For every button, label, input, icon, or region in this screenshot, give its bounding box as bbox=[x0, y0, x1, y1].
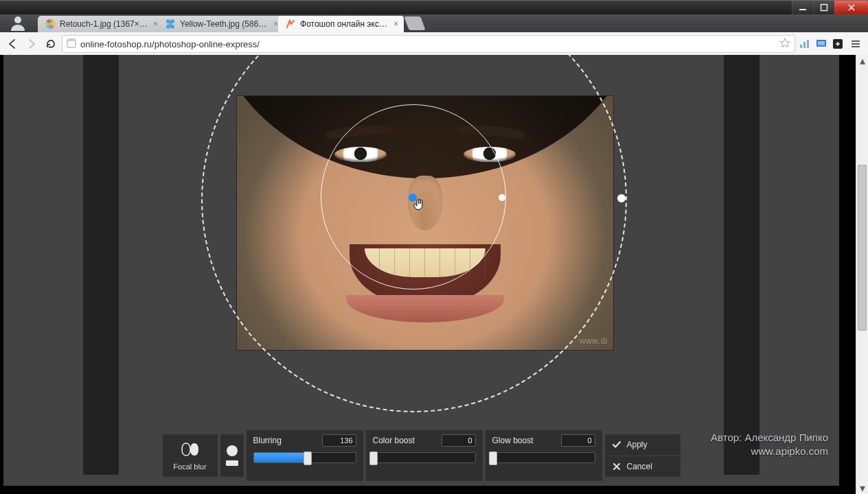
blurring-slider[interactable] bbox=[253, 452, 356, 463]
page-content: www.di bbox=[0, 55, 856, 494]
globe-icon bbox=[67, 38, 76, 50]
close-button[interactable] bbox=[834, 1, 868, 14]
tab-retouch[interactable]: Retouch-1.jpg (1367×1249) × bbox=[38, 16, 163, 32]
tab-photoshop-express[interactable]: Фотошоп онлайн экспре × bbox=[278, 16, 404, 32]
viewport: www.di bbox=[0, 55, 868, 494]
browser-toolbar: online-fotoshop.ru/photoshop-online-expr… bbox=[0, 32, 868, 56]
tab-title: Retouch-1.jpg (1367×1249) bbox=[60, 19, 149, 29]
reload-button[interactable] bbox=[43, 36, 59, 52]
focal-shape-bar[interactable] bbox=[226, 460, 238, 466]
apply-label: Apply bbox=[627, 440, 648, 449]
cancel-button[interactable]: Cancel bbox=[605, 456, 681, 478]
photo-editor-app: www.di bbox=[3, 55, 839, 486]
ext-adblock-icon[interactable] bbox=[831, 37, 845, 51]
forward-button[interactable] bbox=[23, 36, 40, 52]
chrome-menu-button[interactable] bbox=[847, 36, 864, 52]
tab-close-icon[interactable]: × bbox=[153, 19, 158, 29]
bookmark-star-icon[interactable] bbox=[779, 38, 790, 51]
focal-blur-tool-button[interactable]: Focal blur bbox=[163, 434, 218, 477]
svg-point-12 bbox=[837, 43, 838, 45]
focal-shape-circle[interactable] bbox=[227, 445, 238, 456]
cancel-label: Cancel bbox=[627, 462, 652, 471]
svg-rect-14 bbox=[852, 43, 860, 45]
svg-rect-13 bbox=[852, 40, 860, 42]
butterfly-icon bbox=[165, 19, 176, 30]
profile-avatar-icon[interactable] bbox=[10, 14, 26, 31]
tab-yellowteeth[interactable]: Yellow-Teeth.jpg (586×367) × bbox=[158, 16, 284, 32]
svg-rect-6 bbox=[800, 45, 802, 48]
svg-rect-5 bbox=[67, 39, 76, 41]
tab-strip: Retouch-1.jpg (1367×1249) × Yellow-Teeth… bbox=[0, 14, 868, 32]
svg-rect-7 bbox=[803, 42, 806, 48]
focal-outer-handle[interactable] bbox=[617, 194, 626, 202]
slider-label: Blurring bbox=[253, 436, 282, 445]
ext-bars-icon[interactable] bbox=[798, 37, 812, 51]
new-tab-button[interactable] bbox=[404, 16, 425, 30]
site-favicon bbox=[285, 19, 296, 30]
slider-label: Color boost bbox=[373, 436, 415, 445]
vertical-scrollbar[interactable]: ▴ ▾ bbox=[856, 55, 868, 494]
scroll-up-button[interactable]: ▴ bbox=[856, 55, 868, 67]
address-bar[interactable]: online-fotoshop.ru/photoshop-online-expr… bbox=[62, 35, 795, 53]
svg-rect-1 bbox=[821, 5, 827, 11]
author-line1: Автор: Александр Пипко bbox=[711, 431, 828, 445]
video-letterbox-bottom bbox=[0, 486, 856, 494]
focal-shape-picker bbox=[220, 434, 244, 477]
svg-point-2 bbox=[14, 16, 21, 23]
blurring-slider-panel: Blurring 136 bbox=[247, 430, 363, 481]
caption-buttons bbox=[792, 1, 868, 14]
colorboost-value[interactable]: 0 bbox=[442, 434, 476, 447]
window-titlebar bbox=[0, 0, 868, 14]
glowboost-slider[interactable] bbox=[492, 452, 595, 463]
maximize-button[interactable] bbox=[813, 1, 834, 14]
svg-rect-10 bbox=[818, 41, 825, 45]
tab-close-icon[interactable]: × bbox=[273, 19, 278, 29]
picasa-icon bbox=[45, 19, 56, 30]
minimize-button[interactable] bbox=[792, 1, 813, 14]
colorboost-slider-panel: Color boost 0 bbox=[366, 430, 483, 481]
svg-rect-0 bbox=[799, 9, 806, 10]
tool-label: Focal blur bbox=[173, 462, 206, 471]
glowboost-slider-panel: Glow boost 0 bbox=[486, 430, 602, 481]
author-watermark: Автор: Александр Пипко www.apipko.com bbox=[711, 431, 828, 459]
svg-rect-8 bbox=[807, 40, 809, 48]
scroll-down-button[interactable]: ▾ bbox=[856, 482, 868, 494]
tab-title: Фотошоп онлайн экспре bbox=[300, 19, 389, 29]
blurring-value[interactable]: 136 bbox=[322, 434, 356, 447]
tab-title: Yellow-Teeth.jpg (586×367) bbox=[180, 19, 269, 29]
apply-button[interactable]: Apply bbox=[605, 434, 681, 456]
image-watermark: www.di bbox=[580, 336, 608, 346]
action-panel: Apply Cancel bbox=[605, 434, 681, 477]
ext-screenshot-icon[interactable] bbox=[814, 37, 828, 51]
url-text: online-fotoshop.ru/photoshop-online-expr… bbox=[80, 39, 260, 49]
back-button[interactable] bbox=[4, 36, 21, 52]
svg-rect-15 bbox=[852, 46, 860, 47]
scroll-thumb[interactable] bbox=[858, 165, 867, 331]
author-line2: www.apipko.com bbox=[711, 445, 828, 458]
editor-canvas[interactable]: www.di bbox=[3, 55, 839, 431]
glowboost-value[interactable]: 0 bbox=[561, 434, 595, 447]
tab-close-icon[interactable]: × bbox=[393, 19, 398, 29]
colorboost-slider[interactable] bbox=[373, 452, 476, 463]
slider-label: Glow boost bbox=[492, 436, 534, 445]
edited-image: www.di bbox=[237, 96, 613, 350]
